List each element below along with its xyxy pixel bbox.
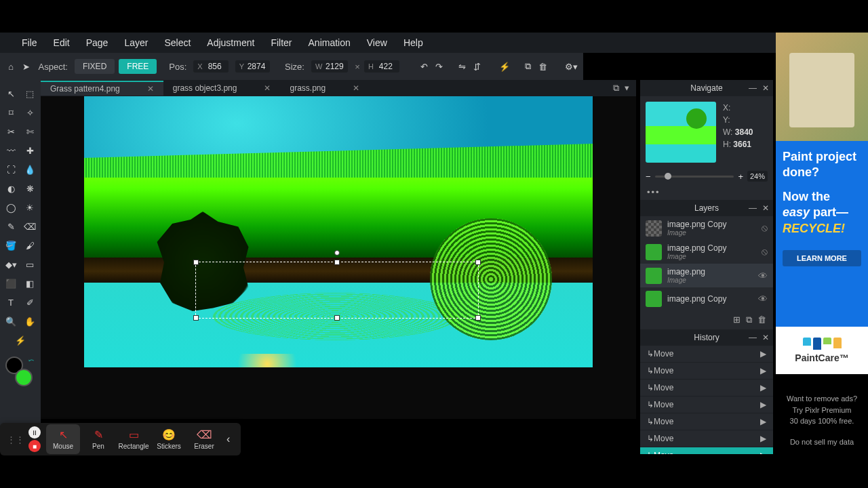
home-icon[interactable]: ⌂: [5, 58, 16, 75]
layer-row[interactable]: image.png Copy👁: [640, 287, 773, 310]
settings-icon[interactable]: ⚙▾: [565, 58, 578, 75]
visibility-icon[interactable]: 👁: [758, 293, 768, 304]
eyedropper-tool-icon[interactable]: ✐: [22, 294, 38, 310]
clone-tool-icon[interactable]: ⛶: [3, 161, 19, 178]
disperse-tool-icon[interactable]: ❋: [22, 180, 38, 197]
menu-layer[interactable]: Layer: [116, 37, 156, 48]
sponge-tool-icon[interactable]: ◐: [3, 180, 19, 197]
history-item[interactable]: ↳ Move▶: [640, 430, 773, 447]
close-tab-icon[interactable]: ✕: [147, 84, 154, 94]
minimize-icon[interactable]: —: [749, 83, 757, 93]
collapse-recorder-icon[interactable]: ‹: [222, 433, 234, 445]
recorder-pen-button[interactable]: ✎Pen: [81, 424, 115, 454]
visibility-off-icon[interactable]: ⦸: [762, 222, 768, 234]
menu-file[interactable]: File: [14, 37, 45, 48]
menu-view[interactable]: View: [359, 37, 395, 48]
hand-tool-icon[interactable]: ✋: [22, 313, 38, 329]
size-h-field[interactable]: H422: [364, 60, 399, 73]
background-color[interactable]: [15, 369, 33, 386]
minimize-icon[interactable]: —: [749, 333, 757, 342]
duplicate-layer-icon[interactable]: ⧉: [746, 314, 752, 325]
zoom-out-icon[interactable]: −: [646, 171, 651, 182]
menu-adjustment[interactable]: Adjustment: [199, 37, 262, 48]
flip-h-icon[interactable]: ⇋: [456, 58, 467, 75]
magic-tool-icon[interactable]: ⚡: [12, 332, 28, 348]
visibility-off-icon[interactable]: ⦸: [762, 246, 768, 258]
aspect-free-button[interactable]: FREE: [119, 59, 157, 74]
history-item[interactable]: ↳ Move▶: [640, 413, 773, 430]
cursor-icon[interactable]: ➤: [20, 58, 31, 75]
eraser-tool-icon[interactable]: ⌫: [22, 218, 38, 235]
brush-tool-icon[interactable]: 🖌: [22, 237, 38, 253]
close-icon[interactable]: ✕: [762, 83, 769, 93]
layer-row[interactable]: image.png CopyImage⦸: [640, 240, 773, 264]
selection-box[interactable]: [195, 262, 479, 319]
fill-tool-icon[interactable]: 🪣: [3, 237, 19, 253]
history-item[interactable]: ↳ Move▶: [640, 363, 773, 380]
visibility-icon[interactable]: 👁: [758, 270, 768, 281]
close-icon[interactable]: ✕: [762, 203, 769, 213]
blur-tool-icon[interactable]: 💧: [22, 161, 38, 178]
color-swatch[interactable]: ⤺: [5, 357, 35, 386]
flip-v-icon[interactable]: ⇵: [472, 58, 483, 75]
canvas-area[interactable]: [41, 96, 636, 419]
dodge-tool-icon[interactable]: ◯: [3, 199, 19, 216]
history-item[interactable]: ↳ Move▶: [640, 396, 773, 413]
panel-menu-icon[interactable]: •••: [640, 184, 773, 200]
delete-layer-icon[interactable]: 🗑: [757, 314, 766, 325]
duplicate-icon[interactable]: ⧉: [522, 58, 533, 75]
history-item[interactable]: ↳ Move▶: [640, 380, 773, 396]
stop-recording-icon[interactable]: ■: [28, 440, 41, 452]
redo-icon[interactable]: ↷: [433, 58, 444, 75]
chevron-down-icon[interactable]: ▾: [625, 83, 629, 94]
pen-tool-icon[interactable]: ✎: [3, 218, 19, 235]
undo-icon[interactable]: ↶: [418, 58, 429, 75]
pos-x-field[interactable]: X856: [193, 60, 228, 73]
zoom-value[interactable]: 24%: [747, 171, 768, 182]
zoom-slider[interactable]: [655, 176, 734, 178]
history-item[interactable]: ↳ Move▶: [640, 346, 773, 363]
drag-handle-icon[interactable]: ⋮⋮: [7, 434, 24, 445]
close-icon[interactable]: ✕: [762, 333, 769, 342]
menu-select[interactable]: Select: [156, 37, 199, 48]
heal-tool-icon[interactable]: ✚: [22, 142, 38, 159]
tab-grass-pattern4[interactable]: Grass pattern4.png✕: [41, 81, 163, 96]
lasso-tool-icon[interactable]: ⌑: [3, 104, 19, 121]
tab-grass[interactable]: grass.png✕: [280, 81, 369, 95]
liquify-tool-icon[interactable]: 〰: [3, 142, 19, 159]
menu-animation[interactable]: Animation: [300, 37, 359, 48]
delete-icon[interactable]: 🗑: [538, 58, 549, 75]
recorder-eraser-button[interactable]: ⌫Eraser: [187, 424, 221, 454]
ai-enhance-icon[interactable]: ⚡: [499, 58, 510, 75]
aspect-fixed-button[interactable]: FIXED: [75, 59, 115, 74]
nav-thumbnail[interactable]: [646, 102, 716, 163]
crop-tool-icon[interactable]: ✂: [3, 123, 19, 140]
recorder-stickers-button[interactable]: 😊Stickers: [152, 424, 186, 454]
move-tool-icon[interactable]: ↖: [3, 85, 19, 102]
pause-recording-icon[interactable]: ⏸: [28, 426, 41, 439]
recorder-rectangle-button[interactable]: ▭Rectangle: [117, 424, 151, 454]
pos-y-field[interactable]: Y2874: [235, 60, 270, 73]
ad-banner[interactable]: Paint project done? Now the easy part— R…: [776, 33, 868, 374]
menu-filter[interactable]: Filter: [262, 37, 300, 48]
layer-row[interactable]: image.png CopyImage⦸: [640, 216, 773, 240]
swap-colors-icon[interactable]: ⤺: [28, 357, 34, 364]
recorder-mouse-button[interactable]: ↖Mouse: [46, 424, 80, 454]
close-tab-icon[interactable]: ✕: [264, 83, 271, 93]
size-w-field[interactable]: W2129: [311, 60, 348, 73]
menu-page[interactable]: Page: [78, 37, 117, 48]
close-tab-icon[interactable]: ✕: [353, 83, 359, 93]
gradient-tool-icon[interactable]: ⬛: [3, 275, 19, 291]
marquee-tool-icon[interactable]: ⬚: [22, 85, 38, 102]
menu-edit[interactable]: Edit: [45, 37, 78, 48]
history-item[interactable]: ↳ Move▶: [640, 447, 773, 454]
zoom-in-icon[interactable]: +: [738, 171, 743, 182]
zoom-tool-icon[interactable]: 🔍: [3, 313, 19, 329]
tab-grass-object3[interactable]: grass object3.png✕: [163, 81, 281, 95]
window-arrange-icon[interactable]: ⧉: [613, 83, 619, 94]
text-tool-icon[interactable]: T: [3, 294, 19, 310]
cut-tool-icon[interactable]: ✄: [22, 123, 38, 140]
add-layer-icon[interactable]: ⊞: [733, 314, 741, 325]
shape-tool-icon[interactable]: ◆▾: [3, 256, 19, 272]
minimize-icon[interactable]: —: [749, 203, 757, 213]
